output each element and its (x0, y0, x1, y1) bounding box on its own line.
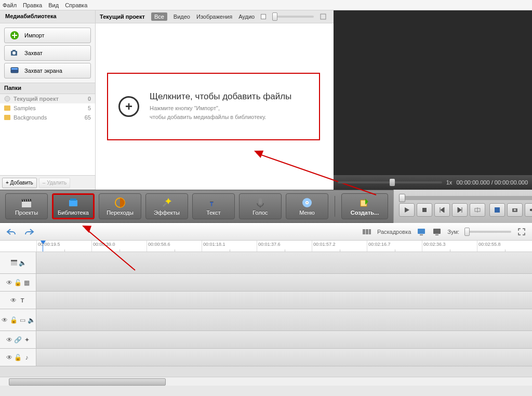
import-button[interactable]: Импорт (4, 28, 91, 43)
mode-toolbar: Проекты Библиотека Переходы Эффекты TТек… (0, 190, 393, 223)
camera-icon (10, 48, 19, 58)
monitor1-icon[interactable] (416, 227, 427, 236)
mode-effects[interactable]: Эффекты (145, 193, 188, 219)
mode-voice[interactable]: Голос (239, 193, 282, 219)
audio-icon: ♪ (23, 354, 31, 361)
folder-list: Текущий проект 0 Samples 5 Backgrounds 6… (0, 94, 95, 175)
svg-rect-35 (435, 234, 438, 235)
svg-rect-2 (12, 50, 16, 51)
eye-icon[interactable]: 👁 (6, 354, 13, 361)
mode-transitions[interactable]: Переходы (99, 193, 141, 219)
capture-button[interactable]: Захват (4, 45, 91, 61)
media-sidebar: Медиабиблиотека Импорт Захват Захват экр… (0, 10, 96, 190)
mode-menu[interactable]: Меню (286, 193, 328, 219)
screencap-button[interactable]: Захват экрана (4, 63, 91, 78)
svg-point-19 (307, 202, 308, 203)
drop-subtitle: Нажмите кнопку "Импорт",чтобы добавить м… (150, 104, 291, 122)
eye-icon[interactable]: 👁 (10, 297, 17, 304)
lock-icon[interactable]: 🔓 (10, 316, 17, 324)
overlay-track[interactable]: 👁🔓▦ (0, 274, 532, 292)
storyboard-label[interactable]: Раскадровка (377, 229, 411, 235)
stop-button[interactable] (417, 203, 432, 217)
thumb-size-slider[interactable] (272, 16, 314, 18)
eye-icon[interactable]: 👁 (6, 336, 13, 344)
timeline-view-icon[interactable] (362, 227, 372, 236)
folder-item[interactable]: Backgrounds 65 (0, 113, 95, 122)
prev-button[interactable] (434, 203, 450, 217)
video-track-2[interactable]: 👁🔓▭🔈 (0, 309, 532, 331)
effects-track[interactable]: 👁🔗✦ (0, 331, 532, 349)
filter-video[interactable]: Видео (174, 14, 190, 20)
svg-rect-33 (420, 234, 423, 235)
svg-rect-32 (418, 229, 425, 234)
menu-edit[interactable]: Правка (23, 2, 42, 8)
text-icon: T (208, 197, 219, 208)
preview-speed: 1x (446, 179, 453, 186)
filter-audio[interactable]: Аудио (238, 14, 255, 20)
eye-icon[interactable]: 👁 (6, 279, 13, 286)
svg-rect-13 (70, 199, 76, 201)
filter-checkbox[interactable] (261, 14, 266, 19)
eye-icon[interactable]: 👁 (1, 316, 8, 324)
svg-rect-29 (363, 229, 365, 234)
svg-rect-12 (69, 200, 77, 206)
drop-target[interactable]: + Щелкните, чтобы добавить файлы Нажмите… (107, 73, 320, 140)
svg-marker-9 (254, 149, 265, 159)
filter-bar: Текущий проект Все Видео Изображения Ауд… (96, 10, 334, 23)
audio-track[interactable]: 👁🔓♪ (0, 349, 532, 366)
svg-rect-31 (369, 229, 371, 234)
speaker-icon: 🔈 (28, 316, 35, 324)
video-track[interactable]: 🔈 (0, 252, 532, 274)
library-icon (68, 197, 79, 208)
monitor2-icon[interactable] (432, 227, 442, 236)
svg-rect-36 (11, 261, 17, 266)
add-folder-button[interactable]: + Добавить (2, 178, 37, 188)
redo-button[interactable] (23, 226, 35, 238)
filter-all[interactable]: Все (151, 12, 167, 21)
thumb-size-icon (320, 14, 326, 20)
microphone-icon (255, 197, 266, 208)
zoom-fit-icon[interactable] (516, 227, 527, 236)
lock-icon[interactable]: 🔓 (15, 354, 22, 361)
next-button[interactable] (452, 203, 468, 217)
filter-images[interactable]: Изображения (196, 14, 232, 20)
svg-rect-34 (433, 229, 441, 234)
mode-projects[interactable]: Проекты (5, 193, 48, 219)
plus-icon (10, 31, 19, 40)
delete-folder-button[interactable]: – Удалить (39, 178, 71, 188)
link-icon[interactable]: 🔗 (15, 336, 22, 344)
drop-area[interactable]: + Щелкните, чтобы добавить файлы Нажмите… (96, 23, 334, 190)
project-icon (4, 96, 10, 102)
timeline-ruler[interactable]: 00:00:19.5 00:00:39.0 00:00:58.6 00:01:1… (0, 241, 532, 252)
preview-panel: 1x 00:00:00.000 / 00:00:00.000 (334, 10, 532, 190)
playback-seek-slider[interactable] (399, 196, 532, 200)
create-button[interactable]: Создать... (341, 193, 388, 219)
mode-library[interactable]: Библиотека (52, 193, 95, 219)
lock-icon[interactable]: 🔓 (15, 279, 22, 286)
snapshot-button[interactable] (507, 203, 523, 217)
timeline-toolbar: Раскадровка Зум: (0, 223, 532, 241)
menu-view[interactable]: Вид (48, 2, 59, 8)
text-track[interactable]: 👁T (0, 292, 532, 309)
clapper-icon (21, 197, 32, 208)
preview-seek-slider[interactable] (338, 181, 442, 183)
menu-help[interactable]: Справка (65, 2, 87, 8)
mode-text[interactable]: TТекст (192, 193, 235, 219)
folder-icon (4, 105, 10, 111)
zoom-slider[interactable] (464, 231, 511, 233)
video-track-icon (10, 259, 17, 267)
fullscreen-button[interactable] (489, 203, 505, 217)
sidebar-title: Медиабиблиотека (0, 10, 95, 23)
transitions-icon (114, 197, 126, 208)
svg-point-3 (12, 51, 16, 55)
folder-item[interactable]: Samples 5 (0, 103, 95, 113)
menu-file[interactable]: Файл (3, 2, 17, 8)
volume-button[interactable] (525, 203, 532, 217)
undo-button[interactable] (5, 226, 18, 238)
play-button[interactable] (399, 203, 415, 217)
split-button[interactable] (470, 203, 485, 217)
horizontal-scrollbar[interactable] (0, 377, 532, 386)
playback-controls (393, 190, 532, 223)
folder-item[interactable]: Текущий проект 0 (0, 94, 95, 103)
speaker-icon: 🔈 (19, 259, 26, 267)
